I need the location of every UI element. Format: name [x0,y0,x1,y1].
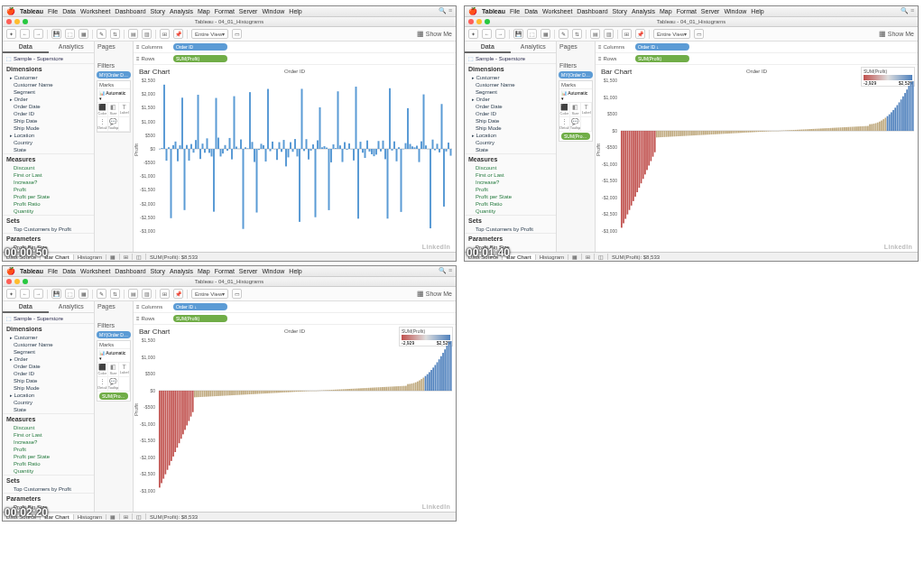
meas-quantity[interactable]: Quantity [3,467,94,475]
meas-quantity[interactable]: Quantity [465,208,556,215]
dim-order-id[interactable]: Order ID [3,370,94,377]
dim-order-date[interactable]: Order Date [465,103,556,110]
columns-pill[interactable]: Order ID ↓ [173,303,227,310]
pin-button[interactable]: 📌 [635,29,645,39]
dim-customer-name[interactable]: Customer Name [3,81,94,88]
new-sheet-button[interactable]: ▦ [541,29,550,39]
menu-dashboard[interactable]: Dashboard [577,8,607,14]
menu-data[interactable]: Data [62,8,76,14]
fit-selector[interactable]: Entire View ▾ [191,289,228,299]
tableau-logo-icon[interactable]: ✦ [6,29,16,39]
dim-order[interactable]: Order [3,356,94,363]
set-top-customers[interactable]: Top Customers by Profit [3,485,94,493]
clear-button[interactable]: ✎ [97,289,106,299]
columns-pill[interactable]: Order ID [173,43,227,51]
marks-color-pill[interactable]: SUM(Profit) [561,133,590,140]
dim-location[interactable]: Location [3,392,94,399]
marks-type-select[interactable]: 📊 Automatic ▾ [97,349,130,363]
menu-story[interactable]: Story [613,8,627,14]
menu-analysis[interactable]: Analysis [170,8,193,14]
new-dashboard-tab[interactable]: ⊞ [120,513,133,520]
forward-button[interactable]: → [33,289,43,299]
menu-help[interactable]: Help [289,268,301,274]
menu-format[interactable]: Format [677,8,697,14]
marks-color[interactable]: ⬛Color [559,103,570,117]
columns-shelf[interactable]: Order ID ↓ [632,42,918,51]
menu-help[interactable]: Help [751,8,763,14]
dim-ship-date[interactable]: Ship Date [465,117,556,125]
menu-help[interactable]: Help [289,8,301,14]
new-dashboard-tab[interactable]: ⊞ [582,254,595,260]
forward-button[interactable]: → [495,29,505,39]
set-top-customers[interactable]: Top Customers by Profit [465,226,556,233]
tab-analytics[interactable]: Analytics [511,42,557,53]
new-dashboard-tab[interactable]: ⊞ [120,254,133,260]
meas-profit[interactable]: Profit [3,186,94,193]
menu-server[interactable]: Server [701,8,720,14]
meas-discount[interactable]: Discount [3,164,94,171]
menu-tableau[interactable]: Tableau [20,268,43,274]
dim-order-date[interactable]: Order Date [3,103,94,110]
present-button[interactable]: ▭ [694,29,704,39]
new-story-tab[interactable]: ◫ [133,254,146,260]
chart-plot-area[interactable] [596,78,918,234]
pages-shelf[interactable]: Pages [95,42,133,51]
marks-size[interactable]: ◧Size [570,103,582,117]
forward-button[interactable]: → [33,29,43,39]
marks-size[interactable]: ◧Size [108,103,120,117]
marks-type-select[interactable]: 📊 Automatic ▾ [97,89,130,103]
show-me-button[interactable]: Show Me [879,30,914,38]
tab-data[interactable]: Data [3,301,49,313]
pages-shelf[interactable]: Pages [557,42,595,51]
menu-analysis[interactable]: Analysis [170,268,193,274]
dim-ship-mode[interactable]: Ship Mode [3,125,94,132]
datasource[interactable]: Sample - Superstore [465,53,556,63]
rows-shelf[interactable]: SUM(Profit) [170,314,456,323]
clear-button[interactable]: ✎ [97,29,106,39]
marks-color[interactable]: ⬛Color [97,103,108,117]
tableau-logo-icon[interactable]: ✦ [468,29,478,39]
sort-asc-button[interactable]: ▤ [128,29,138,39]
spotlight-icon[interactable]: 🔍 ≡ [901,7,914,14]
dim-state[interactable]: State [3,406,94,413]
menu-data[interactable]: Data [524,8,538,14]
marks-color[interactable]: ⬛Color [97,363,108,377]
dim-order-id[interactable]: Order ID [3,110,94,117]
traffic-lights[interactable] [6,279,28,284]
datasource[interactable]: Sample - Superstore [3,313,94,323]
clear-button[interactable]: ✎ [559,29,568,39]
new-story-tab[interactable]: ◫ [595,254,608,260]
meas-increase[interactable]: Increase? [3,179,94,186]
traffic-lights[interactable] [6,19,28,24]
traffic-lights[interactable] [468,19,490,24]
columns-shelf[interactable]: Order ID ↓ [170,302,456,311]
menu-file[interactable]: File [48,8,58,14]
sort-desc-button[interactable]: ▥ [142,29,152,39]
filter-pill[interactable]: MY(Order Date): Dec... [97,331,131,338]
meas-profit-state[interactable]: Profit per State [465,193,556,200]
menu-file[interactable]: File [48,268,58,274]
meas-increase[interactable]: Increase? [3,439,94,446]
dim-segment[interactable]: Segment [3,348,94,356]
save-button[interactable]: 💾 [51,289,61,299]
filters-shelf[interactable]: Filters [95,320,133,330]
menu-window[interactable]: Window [262,8,284,14]
meas-profit-ratio[interactable]: Profit Ratio [3,200,94,208]
dim-order[interactable]: Order [465,96,556,103]
rows-pill[interactable]: SUM(Profit) [173,55,227,62]
menu-tableau[interactable]: Tableau [20,8,43,14]
meas-first-or-last[interactable]: First or Last [465,171,556,179]
meas-profit[interactable]: Profit [3,446,94,453]
marks-size[interactable]: ◧Size [108,363,120,377]
meas-profit-state[interactable]: Profit per State [3,193,94,200]
dim-ship-date[interactable]: Ship Date [3,117,94,125]
rows-shelf[interactable]: SUM(Profit) [170,54,456,63]
pin-button[interactable]: 📌 [173,29,183,39]
new-data-button[interactable]: ⬚ [527,29,537,39]
dim-ship-mode[interactable]: Ship Mode [3,384,94,392]
columns-pill[interactable]: Order ID ↓ [635,43,689,51]
dim-customer[interactable]: Customer [3,74,94,81]
meas-profit-state[interactable]: Profit per State [3,453,94,460]
marks-tooltip[interactable]: 💬Tooltip [570,117,582,132]
menu-window[interactable]: Window [262,268,284,274]
